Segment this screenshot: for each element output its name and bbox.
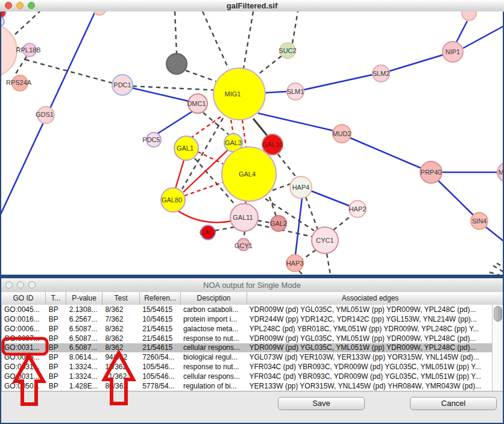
edge-dash[interactable]	[175, 11, 177, 54]
edge-dash[interactable]	[15, 11, 40, 34]
edge-dash[interactable]	[272, 184, 291, 190]
node-top-pink[interactable]	[93, 11, 106, 15]
edge-dash[interactable]	[333, 215, 352, 230]
edge-dash[interactable]	[269, 197, 276, 216]
save-button[interactable]: Save	[278, 397, 365, 410]
cell-col5: cellular respons...	[181, 372, 247, 381]
edge-dash[interactable]	[244, 11, 253, 68]
column-header-3[interactable]: Test	[102, 292, 140, 305]
cancel-button[interactable]: Cancel	[410, 397, 497, 410]
node-label-GAL11: GAL11	[233, 214, 253, 221]
node-label-GAL2: GAL2	[270, 220, 287, 227]
node-cluster-left[interactable]	[1, 24, 17, 77]
edge-dash[interactable]	[278, 154, 297, 178]
cell-col3: 8/362	[102, 325, 140, 333]
table-row[interactable]: GO:0050...BP1.428E...80/3625778/54...reg…	[2, 381, 492, 391]
edge-dash[interactable]	[306, 197, 318, 229]
edge-dash[interactable]	[497, 263, 503, 267]
vertical-scrollbar[interactable]	[492, 305, 503, 391]
edge-blue[interactable]	[295, 198, 302, 255]
edge-dash[interactable]	[493, 266, 503, 272]
edge-dash[interactable]	[25, 60, 113, 83]
scrollbar-thumb[interactable]	[494, 306, 502, 322]
table-row[interactable]: GO:0065...BP8.0614...94/3627260/54...bio…	[2, 352, 492, 362]
edge-blue[interactable]	[157, 111, 192, 134]
network-canvas[interactable]: RPL18BRPS24AGDS1PDC1DMC1MIG1SLM1SUC2SLM2…	[1, 11, 503, 275]
table-row[interactable]: GO:0016...BP6.2567...7/36210/54615protei…	[2, 314, 492, 324]
edge-dash[interactable]	[15, 57, 27, 75]
edge-dash[interactable]	[133, 86, 220, 90]
edge-blue[interactable]	[486, 227, 503, 242]
cell-col3: 80/362	[102, 382, 140, 390]
edge-dash[interactable]	[327, 254, 330, 275]
cell-col1: BP	[46, 372, 67, 381]
column-header-1[interactable]: T...	[46, 292, 66, 305]
table-row[interactable]: GO:0045...BP2.1308...8/36215/54615carbon…	[2, 305, 492, 314]
cell-col3: 94/362	[102, 353, 140, 361]
cell-col0: GO:0006...	[2, 325, 46, 333]
cell-col5: response to nut...	[181, 363, 247, 371]
cell-col3: 8/362	[102, 334, 140, 343]
column-header-5[interactable]: Desciption	[181, 292, 247, 305]
edge-dash[interactable]	[259, 56, 282, 73]
cell-col3: 8/362	[102, 305, 140, 314]
edge-reddash[interactable]	[231, 120, 233, 134]
edge-blue[interactable]	[463, 26, 503, 48]
edge-blue[interactable]	[350, 138, 421, 168]
noa-window-titlebar[interactable]: NOA output for Single Mode	[1, 278, 503, 293]
edge-dash[interactable]	[186, 70, 216, 81]
edge-dash[interactable]	[215, 227, 235, 231]
divider	[1, 391, 503, 391]
node-label-PDC1: PDC1	[113, 81, 131, 89]
edge-reddash[interactable]	[192, 117, 221, 137]
column-header-0[interactable]: GO ID	[1, 292, 46, 305]
column-header-2[interactable]: P-value	[66, 292, 102, 305]
edge-blue[interactable]	[389, 55, 443, 71]
cell-col0: GO:0050...	[2, 382, 46, 390]
cell-col1: BP	[46, 343, 67, 352]
column-header-4[interactable]: Referen...	[140, 292, 181, 305]
edge-blue[interactable]	[438, 181, 473, 215]
edge-red[interactable]	[178, 211, 232, 222]
node-label-PRP40: PRP40	[421, 169, 442, 176]
column-header-6[interactable]: Associated edges	[247, 292, 493, 305]
network-window-titlebar[interactable]: galFiltered.sif	[0, 0, 504, 12]
window-title: galFiltered.sif	[0, 1, 504, 10]
edge-dash[interactable]	[490, 272, 503, 275]
edge-blue[interactable]	[304, 75, 373, 90]
edge-dash[interactable]	[299, 271, 304, 275]
node-corner-blue[interactable]	[1, 17, 4, 26]
cell-col6: YGL073W (pd) YER103W, YER133W (pp) YOR31…	[247, 353, 492, 361]
edge-blue[interactable]	[258, 113, 333, 131]
edge-blue[interactable]	[456, 21, 467, 42]
node-corner-red[interactable]	[1, 11, 5, 17]
node-label-SIN4: SIN4	[472, 217, 487, 225]
edge-red[interactable]	[175, 160, 184, 189]
cell-col6: YER133W (pp) YOR315W, YNL145W (pd) YHR08…	[247, 382, 492, 390]
table-row[interactable]: GO:0007...BP6.5087...8/36221/54615respon…	[2, 334, 492, 343]
edge-dark[interactable]	[253, 119, 267, 136]
node-gray-node[interactable]	[166, 54, 187, 74]
edge-blue[interactable]	[132, 88, 189, 101]
table-row[interactable]: GO:0006...BP6.5087...8/36221/54615galact…	[2, 324, 492, 334]
node-tr-pink[interactable]	[462, 11, 476, 20]
edge-reddash[interactable]	[184, 182, 222, 196]
cell-col1: BP	[46, 382, 67, 390]
edge-dash[interactable]	[302, 250, 316, 260]
node-label-MIG1: MIG1	[225, 90, 241, 98]
edge-blue[interactable]	[265, 92, 287, 93]
edge-dash[interactable]	[203, 11, 228, 69]
table-row[interactable]: GO:0031...BP1.3324...11/362105/546...cel…	[2, 372, 492, 381]
cell-col1: BP	[46, 353, 67, 361]
cell-col5: cellular respons...	[181, 343, 247, 352]
cell-col1: BP	[46, 334, 67, 343]
edge-dash[interactable]	[292, 11, 298, 43]
network-edges	[1, 11, 503, 275]
cell-col6: YDR009W (pd) YGL035C, YML051W (pp) YDR00…	[247, 305, 492, 314]
table-row[interactable]: GO:0031...BP1.3324...11/362105/546...res…	[2, 362, 492, 372]
cell-col0: GO:0065...	[2, 353, 46, 361]
table-row[interactable]: GO:0031...BP6.5087...8/36221/54615cellul…	[2, 343, 492, 353]
edge-dash[interactable]	[257, 220, 271, 223]
cell-col6: YFR034C (pd) YBR093C, YDR009W (pd) YGL03…	[247, 363, 492, 371]
edge-blue[interactable]	[311, 191, 350, 206]
